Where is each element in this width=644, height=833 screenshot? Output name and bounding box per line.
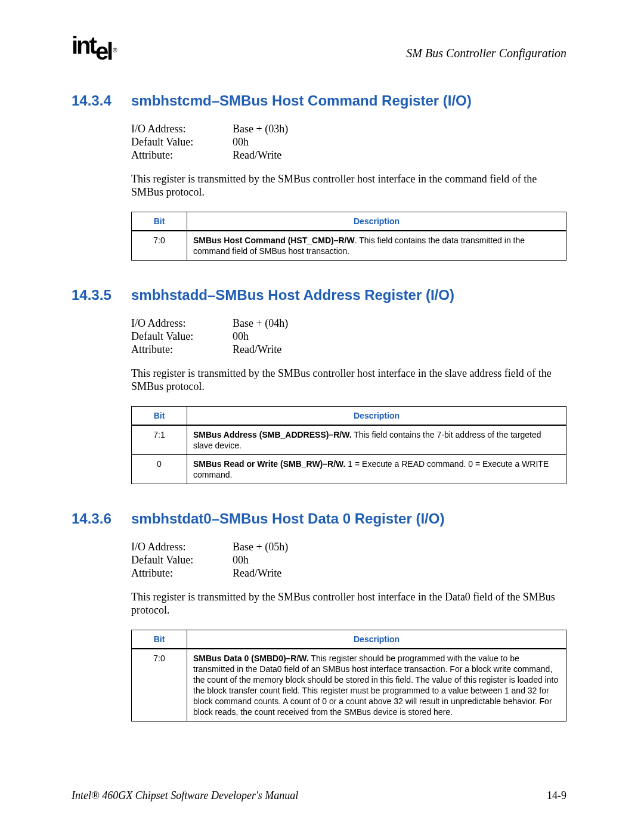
attr-value: 00h <box>233 553 249 566</box>
register-table: Bit Description 7:0 SMBus Host Command (… <box>131 212 566 261</box>
attr-label: Attribute: <box>131 566 233 580</box>
col-header-bit: Bit <box>132 212 187 231</box>
cell-bit: 7:0 <box>132 231 187 261</box>
footer-manual-title: Intel® 460GX Chipset Software Developer'… <box>72 789 298 802</box>
attr-label: Attribute: <box>131 148 233 162</box>
attr-label: Attribute: <box>131 343 233 356</box>
attr-label: Default Value: <box>131 553 233 566</box>
intel-logo: intel® <box>72 32 114 59</box>
logo-registered: ® <box>113 47 115 54</box>
col-header-bit: Bit <box>132 630 187 649</box>
attr-row: Attribute:Read/Write <box>131 343 566 356</box>
attr-label: I/O Address: <box>131 122 233 135</box>
col-header-desc: Description <box>187 212 566 231</box>
attr-row: Attribute:Read/Write <box>131 148 566 162</box>
section-heading-14-3-6: 14.3.6 smbhstdat0–SMBus Host Data 0 Regi… <box>72 510 566 527</box>
desc-bold: SMBus Host Command (HST_CMD)–R/W <box>193 236 355 245</box>
desc-bold: SMBus Data 0 (SMBD0)–R/W. <box>193 654 309 663</box>
table-row: 7:0 SMBus Host Command (HST_CMD)–R/W. Th… <box>132 231 566 261</box>
attr-label: Default Value: <box>131 330 233 343</box>
attr-row: Default Value:00h <box>131 330 566 343</box>
cell-desc: SMBus Host Command (HST_CMD)–R/W. This f… <box>187 231 566 261</box>
cell-desc: SMBus Data 0 (SMBD0)–R/W. This register … <box>187 649 566 721</box>
section-paragraph: This register is transmitted by the SMBu… <box>131 590 566 617</box>
attr-value: Base + (04h) <box>233 317 288 330</box>
attr-value: Base + (03h) <box>233 122 288 135</box>
cell-desc: SMBus Read or Write (SMB_RW)–R/W. 1 = Ex… <box>187 455 566 484</box>
page-header: intel® SM Bus Controller Configuration <box>72 36 566 63</box>
attr-label: I/O Address: <box>131 540 233 553</box>
table-row: 0 SMBus Read or Write (SMB_RW)–R/W. 1 = … <box>132 455 566 484</box>
section-paragraph: This register is transmitted by the SMBu… <box>131 367 566 393</box>
desc-bold: SMBus Address (SMB_ADDRESS)–R/W. <box>193 430 352 439</box>
attr-row: Default Value:00h <box>131 135 566 148</box>
attr-value: Read/Write <box>233 343 281 356</box>
section-body: I/O Address:Base + (04h) Default Value:0… <box>131 317 566 484</box>
section-heading-14-3-4: 14.3.4 smbhstcmd–SMBus Host Command Regi… <box>72 92 566 109</box>
cell-bit: 0 <box>132 455 187 484</box>
attr-value: 00h <box>233 330 249 343</box>
table-row: 7:1 SMBus Address (SMB_ADDRESS)–R/W. Thi… <box>132 425 566 455</box>
section-heading-14-3-5: 14.3.5 smbhstadd–SMBus Host Address Regi… <box>72 287 566 304</box>
attr-label: Default Value: <box>131 135 233 148</box>
cell-bit: 7:0 <box>132 649 187 721</box>
attr-label: I/O Address: <box>131 317 233 330</box>
attr-row: Default Value:00h <box>131 553 566 566</box>
section-paragraph: This register is transmitted by the SMBu… <box>131 172 566 199</box>
attr-value: Base + (05h) <box>233 540 288 553</box>
register-table: Bit Description 7:1 SMBus Address (SMB_A… <box>131 406 566 484</box>
section-number: 14.3.4 <box>72 92 131 109</box>
section-body: I/O Address:Base + (03h) Default Value:0… <box>131 122 566 261</box>
logo-suffix: el <box>95 38 112 65</box>
cell-bit: 7:1 <box>132 425 187 455</box>
attr-row: I/O Address:Base + (03h) <box>131 122 566 135</box>
register-table: Bit Description 7:0 SMBus Data 0 (SMBD0)… <box>131 630 566 721</box>
section-body: I/O Address:Base + (05h) Default Value:0… <box>131 540 566 721</box>
col-header-desc: Description <box>187 630 566 649</box>
logo-prefix: int <box>72 32 95 58</box>
table-header-row: Bit Description <box>132 630 566 649</box>
table-row: 7:0 SMBus Data 0 (SMBD0)–R/W. This regis… <box>132 649 566 721</box>
table-header-row: Bit Description <box>132 212 566 231</box>
attr-row: Attribute:Read/Write <box>131 566 566 580</box>
attr-row: I/O Address:Base + (05h) <box>131 540 566 553</box>
section-title: smbhstdat0–SMBus Host Data 0 Register (I… <box>131 510 566 527</box>
section-title: smbhstadd–SMBus Host Address Register (I… <box>131 287 566 304</box>
attr-value: Read/Write <box>233 566 281 580</box>
desc-bold: SMBus Read or Write (SMB_RW)–R/W. <box>193 459 345 469</box>
attr-row: I/O Address:Base + (04h) <box>131 317 566 330</box>
footer-page-number: 14-9 <box>547 789 566 802</box>
col-header-desc: Description <box>187 407 566 426</box>
section-number: 14.3.6 <box>72 510 131 527</box>
chapter-title: SM Bus Controller Configuration <box>406 36 566 60</box>
section-number: 14.3.5 <box>72 287 131 304</box>
table-header-row: Bit Description <box>132 407 566 426</box>
attr-value: Read/Write <box>233 148 281 162</box>
col-header-bit: Bit <box>132 407 187 426</box>
attr-value: 00h <box>233 135 249 148</box>
section-title: smbhstcmd–SMBus Host Command Register (I… <box>131 92 566 109</box>
page-footer: Intel® 460GX Chipset Software Developer'… <box>72 789 566 802</box>
cell-desc: SMBus Address (SMB_ADDRESS)–R/W. This fi… <box>187 425 566 455</box>
